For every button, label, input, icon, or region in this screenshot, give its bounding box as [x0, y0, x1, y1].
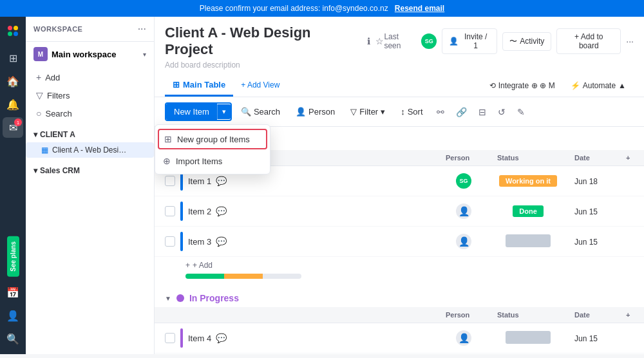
dropdown-item-import[interactable]: ⊕ Import Items [155, 151, 270, 171]
new-item-main-label[interactable]: New Item [166, 104, 217, 120]
table-row: Item 4 💬 👤 [155, 323, 644, 353]
invite-icon: 👤 [449, 37, 459, 46]
status-badge-2[interactable]: Done [513, 205, 544, 217]
col-header-date-ip: Date [567, 307, 618, 323]
workspace-selector[interactable]: M Main workspace ▾ [26, 42, 154, 66]
add-item-icon-1: + [185, 261, 190, 270]
filters-icon: ▽ [36, 90, 43, 100]
row-chat-icon-4[interactable]: 💬 [216, 333, 227, 343]
group-table-in-progress: Person Status Date + [155, 307, 644, 354]
row-name-4[interactable]: Item 4 [188, 334, 211, 343]
board-more-icon[interactable]: ··· [626, 36, 634, 46]
sidebar-section-header-sales-crm[interactable]: ▾ Sales CRM [26, 163, 154, 178]
automate-icon: ⚡ [571, 81, 580, 90]
view-controls: ⟲ Integrate ⊕ ⊕ M ⚡ Automate ▲ [484, 79, 634, 93]
group-collapse-in-progress-icon[interactable]: ▼ [165, 295, 171, 302]
activity-icon: 〜 [509, 36, 517, 47]
row-chat-icon-2[interactable]: 💬 [216, 206, 227, 216]
col-header-add-ip[interactable]: + [618, 307, 644, 323]
tab-main-table[interactable]: ⊞ Main Table [165, 75, 233, 97]
person-avatar-3[interactable]: 👤 [456, 234, 471, 249]
row-checkbox-1[interactable] [165, 176, 175, 186]
board-description[interactable]: Add board description [165, 61, 634, 70]
add-to-board-button[interactable]: + Add to board [556, 28, 621, 54]
date-2: Jun 15 [574, 207, 598, 216]
filter-button[interactable]: ▽ Filter ▾ [344, 104, 392, 120]
col-header-add[interactable]: + [618, 150, 644, 166]
top-banner: Please confirm your email address: info@… [0, 0, 644, 17]
row-checkbox-2[interactable] [165, 206, 175, 216]
bell-icon[interactable]: 🔔 [3, 94, 23, 115]
chain-icon-btn[interactable]: 🔗 [451, 104, 471, 120]
edit-icon-btn[interactable]: ✎ [513, 104, 529, 120]
row-checkbox-4[interactable] [165, 333, 175, 343]
resend-email-link[interactable]: Resend email [395, 4, 444, 13]
row-chat-icon-3[interactable]: 💬 [216, 236, 227, 247]
search-button[interactable]: 🔍 Search [234, 104, 287, 120]
people-icon[interactable]: 👤 [3, 305, 23, 326]
status-badge-4[interactable] [506, 331, 551, 344]
board-header-actions: Last seen SG 👤 Invite / 1 〜 Activity + A… [384, 28, 634, 54]
group-in-progress: ▼ In Progress Person Status Date + [155, 289, 644, 354]
sidebar-search-button[interactable]: ○ Search [33, 105, 146, 122]
tab-add-view[interactable]: + Add View [233, 75, 287, 97]
dropdown-item-new-group[interactable]: ⊞ New group of Items [158, 129, 267, 149]
link-icon-btn[interactable]: ⚯ [432, 104, 449, 120]
home-icon[interactable]: 🏠 [3, 71, 23, 91]
activity-button[interactable]: 〜 Activity [502, 32, 551, 51]
sort-button[interactable]: ↕ Sort [394, 104, 429, 120]
add-item-row-1[interactable]: + + Add [155, 257, 644, 274]
group-title-in-progress[interactable]: In Progress [189, 293, 239, 303]
integrate-button[interactable]: ⟲ Integrate ⊕ ⊕ M [484, 79, 560, 93]
chevron-sales-icon: ▾ [33, 166, 37, 175]
new-item-arrow-button[interactable]: ▾ [217, 104, 231, 119]
person-avatar-2[interactable]: 👤 [456, 203, 471, 219]
progress-empty-1 [263, 274, 301, 279]
calendar-icon[interactable]: 📅 [3, 282, 23, 303]
sidebar-section-client-a: ▾ CLIENT A ▦ Client A - Web Design Pr... [26, 124, 154, 160]
integrate-icon: ⟲ [489, 81, 496, 90]
see-plans-button[interactable]: See plans [7, 236, 19, 277]
sidebar-header: Workspace ··· [26, 17, 154, 42]
row-color-bar-4 [180, 328, 183, 348]
search-sidebar-icon: ○ [36, 108, 41, 118]
banner-text: Please confirm your email address: info@… [200, 4, 388, 13]
automate-button[interactable]: ⚡ Automate ▲ [565, 79, 631, 93]
person-icon: 👤 [296, 107, 306, 117]
sidebar-filters-button[interactable]: ▽ Filters [33, 87, 146, 104]
col-header-name-ip [155, 307, 438, 323]
row-name-3[interactable]: Item 3 [188, 237, 211, 247]
sidebar-item-client-a-web[interactable]: ▦ Client A - Web Design Pr... [26, 142, 154, 158]
columns-icon-btn[interactable]: ⊟ [474, 104, 491, 120]
status-badge-1[interactable]: Working on it [499, 175, 557, 187]
row-chat-icon-1[interactable]: 💬 [216, 176, 227, 186]
new-item-button[interactable]: New Item ▾ [165, 102, 232, 121]
board-header: Client A - Web Design Project ℹ ☆ Last s… [155, 17, 644, 97]
row-name-1[interactable]: Item 1 [188, 176, 211, 186]
status-badge-3[interactable] [506, 234, 551, 247]
table-row: Item 5 💬 👤 [155, 353, 644, 355]
row-checkbox-3[interactable] [165, 236, 175, 247]
info-icon[interactable]: ℹ [367, 36, 370, 46]
chevron-down-icon: ▾ [143, 51, 146, 58]
search-rail-icon[interactable]: 🔍 [3, 328, 23, 349]
progress-orange-1 [224, 274, 263, 279]
sidebar-add-button[interactable]: + Add [33, 69, 146, 86]
row-name-2[interactable]: Item 2 [188, 207, 211, 216]
apps-icon[interactable]: ⊞ [3, 48, 23, 68]
person-avatar-4[interactable]: 👤 [456, 330, 471, 346]
board-toolbar: New Item ▾ ⊞ New group of Items ⊕ Import… [155, 97, 644, 127]
invite-button[interactable]: 👤 Invite / 1 [442, 28, 497, 54]
sidebar-section-header-client-a[interactable]: ▾ CLIENT A [26, 127, 154, 142]
date-4: Jun 15 [574, 334, 598, 343]
inbox-icon[interactable]: ✉ 1 [3, 117, 23, 138]
board-tabs-row: ⊞ Main Table + Add View ⟲ Integrate ⊕ ⊕ … [165, 75, 634, 97]
person-button[interactable]: 👤 Person [289, 104, 341, 120]
row-color-bar-3 [180, 232, 183, 251]
date-3: Jun 15 [574, 238, 598, 247]
sidebar-dots-icon[interactable]: ··· [138, 23, 146, 35]
workspace-label: Workspace [33, 25, 82, 33]
person-avatar-1[interactable]: SG [456, 173, 471, 189]
loop-icon-btn[interactable]: ↺ [493, 104, 510, 120]
star-icon[interactable]: ☆ [375, 36, 384, 46]
